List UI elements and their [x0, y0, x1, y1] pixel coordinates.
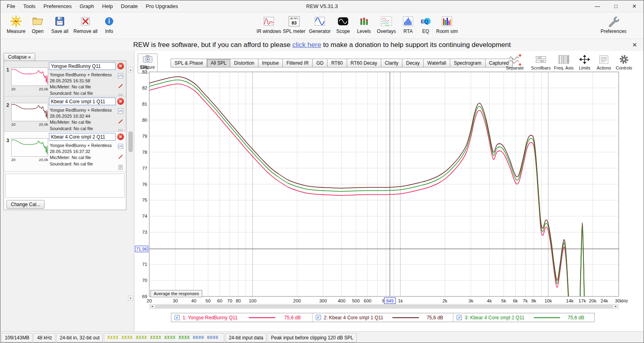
trace-visible-checkbox[interactable]: ✓	[316, 315, 321, 320]
trace-visible-checkbox[interactable]: ✓	[457, 315, 462, 320]
legend-trace-name: 2: Kbear 4 Core smpl 1 Q11	[324, 315, 384, 321]
spl-meter-button[interactable]: dB SPL83 SPL meter	[283, 14, 305, 38]
menu-preferences[interactable]: Preferences	[39, 0, 75, 12]
measurement-info-source: Yongse RedBunny + Relentless	[50, 143, 118, 149]
svg-text:78: 78	[142, 150, 147, 155]
response-icon[interactable]	[118, 73, 123, 80]
measurement-card-selected[interactable]: 3 2020,0k ✕ Yongse RedBunny + Relentless…	[4, 132, 126, 172]
measurement-info-date: 28.05.2025 16:37:32	[50, 149, 118, 155]
generator-button[interactable]: Generator	[308, 14, 332, 38]
rta-button[interactable]: RTA	[400, 14, 416, 38]
eq-icon: EQ	[418, 14, 434, 29]
remove-all-button[interactable]: Remove all	[73, 14, 98, 38]
svg-text:500: 500	[352, 298, 360, 303]
info-button[interactable]: Info	[101, 14, 118, 38]
collapse-panel-button[interactable]: Collapse «	[4, 53, 35, 61]
save-icon	[49, 14, 70, 29]
trace-style-icon[interactable]	[118, 83, 123, 90]
remove-measurement-icon[interactable]: ✕	[117, 133, 124, 140]
trace-legend: ✓ 1: Yongse RedBunny Q11 75,6 dB ✓ 2: Kb…	[171, 313, 595, 322]
measurement-name-input[interactable]	[49, 133, 116, 141]
svg-text:6k: 6k	[513, 298, 518, 303]
trace-style-icon[interactable]	[118, 154, 123, 161]
trace-color-swatch	[249, 317, 275, 318]
menu-bar: File Tools Preferences Graph Help Donate…	[3, 0, 182, 12]
minimize-button[interactable]: —	[588, 0, 607, 12]
trace-style-icon[interactable]	[118, 118, 123, 126]
open-folder-icon	[28, 14, 47, 29]
close-button[interactable]: ✕	[625, 0, 644, 12]
svg-text:75: 75	[142, 198, 147, 202]
overlays-icon	[375, 14, 398, 29]
legend-entry: ✓ 1: Yongse RedBunny Q11 75,6 dB	[171, 313, 313, 322]
remove-measurement-icon[interactable]: ✕	[117, 63, 124, 69]
scroll-left-icon[interactable]: ◄	[150, 304, 154, 308]
maximize-button[interactable]: □	[607, 0, 625, 12]
measurement-index: 1	[6, 67, 9, 73]
menu-graph[interactable]: Graph	[75, 0, 98, 12]
response-icon[interactable]	[118, 108, 123, 115]
scroll-right-icon[interactable]: ►	[614, 304, 618, 308]
scope-button[interactable]: Scope	[333, 14, 353, 38]
notes-icon[interactable]	[118, 94, 123, 96]
spl-chart[interactable]: 697071727374757677787980818283SPL2030405…	[134, 65, 644, 306]
average-responses-button[interactable]: Average the responses	[150, 290, 202, 297]
legend-entry: ✓ 3: Kbear 4 Core smpl 2 Q11 75,6 dB	[453, 313, 594, 322]
measurement-name-input[interactable]	[49, 62, 116, 70]
menu-file[interactable]: File	[3, 0, 19, 12]
scope-icon	[333, 14, 353, 29]
rew-window: File Tools Preferences Graph Help Donate…	[0, 0, 644, 343]
measurement-index: 3	[6, 138, 9, 143]
scrollbar-thumb[interactable]	[155, 305, 613, 308]
room-sim-button[interactable]: Room sim	[435, 14, 459, 38]
menu-pro-upgrades[interactable]: Pro Upgrades	[142, 0, 182, 12]
input-level-bits: 0000	[193, 335, 204, 340]
graph-pane: Capture SPL & Phase All SPL Distortion I…	[134, 51, 644, 331]
measurement-card[interactable]: 2 2020,0k ✕ Yongse RedBunny + Relentless…	[4, 96, 126, 132]
status-peak-input: Peak input before clipping 120 dB SPL	[268, 333, 356, 342]
save-all-button[interactable]: Save all	[49, 14, 70, 38]
thumb-axis-min: 20	[11, 122, 16, 127]
svg-text:60: 60	[217, 298, 222, 303]
donate-link[interactable]: click here	[293, 41, 321, 49]
svg-text:81: 81	[142, 102, 147, 106]
preferences-button[interactable]: Preferences	[599, 14, 628, 38]
menu-donate[interactable]: Donate	[117, 0, 142, 12]
measurement-name-input[interactable]	[49, 98, 116, 105]
thumb-axis-max: 20,0k	[39, 122, 48, 127]
levels-button[interactable]: Levels	[354, 14, 374, 38]
menu-tools[interactable]: Tools	[19, 0, 39, 12]
open-button[interactable]: Open	[28, 14, 47, 38]
svg-text:83: 83	[292, 20, 297, 25]
measurement-card[interactable]: 1 2020,0k ✕ Yongse RedBunny + Relentless…	[4, 61, 126, 96]
svg-text:74: 74	[142, 214, 147, 218]
scroll-down-icon[interactable]: ▼	[128, 296, 133, 301]
trace-visible-checkbox[interactable]: ✓	[175, 315, 180, 320]
svg-text:dB SPL: dB SPL	[290, 17, 299, 20]
measurement-info-mic: Mic/Meter: No cal file	[50, 155, 118, 161]
graph-horizontal-scrollbar[interactable]: ◄ ►	[149, 304, 619, 309]
scroll-up-icon[interactable]: ▲	[128, 67, 133, 72]
menu-help[interactable]: Help	[98, 0, 117, 12]
measurement-info-soundcard: Soundcard: No cal file	[50, 161, 118, 167]
eq-button[interactable]: EQ EQ	[418, 14, 434, 38]
overlays-button[interactable]: Overlays	[375, 14, 398, 38]
scrollbar-thumb[interactable]	[128, 131, 133, 152]
measurement-info-mic: Mic/Meter: No cal file	[50, 119, 118, 125]
ir-windows-button[interactable]: IR windows	[256, 14, 281, 38]
remove-measurement-icon[interactable]: ✕	[117, 98, 124, 105]
levels-icon	[354, 14, 374, 29]
svg-text:76: 76	[142, 182, 147, 187]
measurement-list-scrollbar[interactable]: ▲ ▼	[128, 67, 133, 301]
measure-button[interactable]: Measure	[6, 14, 26, 38]
input-level-bits: XXXX	[122, 335, 133, 340]
response-icon[interactable]	[118, 143, 123, 151]
svg-text:Hz: Hz	[622, 298, 628, 303]
svg-text:82: 82	[142, 86, 147, 90]
notes-icon[interactable]	[118, 164, 123, 172]
measurement-info-source: Yongse RedBunny + Relentless	[50, 72, 118, 78]
change-cal-button[interactable]: Change Cal...	[6, 200, 45, 209]
banner-close-icon[interactable]: ✕	[632, 39, 637, 51]
separate-icon	[504, 53, 526, 65]
notes-icon[interactable]	[118, 129, 123, 132]
